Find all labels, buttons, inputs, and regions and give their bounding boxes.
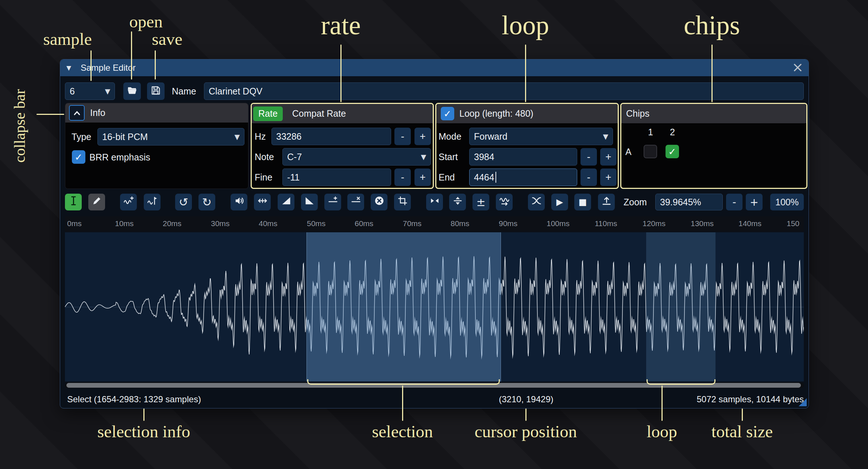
x-circle-icon xyxy=(374,195,385,209)
loop-start-label: Start xyxy=(439,148,458,166)
sample-name-input[interactable]: Clarinet DQV xyxy=(204,82,804,100)
loop-end-input[interactable]: 4464 xyxy=(469,168,577,186)
hz-decrement-button[interactable]: - xyxy=(394,128,411,145)
zoom-input[interactable]: 39.9645% xyxy=(655,194,723,210)
annotation-selection: selection xyxy=(372,422,433,441)
hz-increment-button[interactable]: + xyxy=(414,128,431,145)
annotation-total-size: total size xyxy=(711,422,773,441)
hz-input[interactable]: 33286 xyxy=(271,128,391,145)
annotation-open-line xyxy=(131,31,132,80)
waveform-display[interactable] xyxy=(65,232,804,381)
loop-region[interactable] xyxy=(646,232,715,381)
undo-button[interactable]: ↺ xyxy=(175,194,192,210)
upload-button[interactable] xyxy=(598,194,615,210)
crossing-curves-icon xyxy=(531,195,542,209)
info-panel-header[interactable]: Info xyxy=(65,103,248,123)
fade-in-button[interactable] xyxy=(278,194,294,210)
save-sample-button[interactable] xyxy=(147,82,165,100)
upload-icon xyxy=(601,195,612,209)
annotation-chips: chips xyxy=(684,10,740,41)
redo-button[interactable]: ↻ xyxy=(198,194,215,210)
fine-input[interactable]: -11 xyxy=(282,168,391,186)
title-bar[interactable]: ▼ Sample Editor × xyxy=(60,59,809,76)
normalize-button[interactable] xyxy=(254,194,271,210)
amplify-button[interactable] xyxy=(231,194,247,210)
annotation-collapse-bar-line xyxy=(36,114,64,115)
loop-start-input[interactable]: 3984 xyxy=(469,148,577,166)
ruler-tick: 10ms xyxy=(115,219,134,228)
annotation-loop-marker-line xyxy=(661,385,663,421)
filter-button[interactable] xyxy=(496,194,513,210)
loop-end-decrement-button[interactable]: - xyxy=(580,168,597,186)
fine-decrement-button[interactable]: - xyxy=(394,168,411,186)
invert-button[interactable] xyxy=(449,194,466,210)
annotation-sample: sample xyxy=(43,29,92,49)
ruler-tick: 120ms xyxy=(643,219,666,228)
chip-a1-checkbox[interactable] xyxy=(644,145,657,158)
loop-panel-header: ✓ Loop (length: 480) xyxy=(436,104,618,123)
line-cross-icon xyxy=(351,195,361,209)
zoom-label: Zoom xyxy=(624,193,647,211)
folder-open-icon xyxy=(127,85,138,97)
type-select[interactable]: 16-bit PCM ▼ xyxy=(97,128,244,146)
fade-out-button[interactable] xyxy=(301,194,318,210)
close-icon[interactable]: × xyxy=(792,59,803,75)
collapse-bar-button[interactable] xyxy=(69,105,85,121)
resize-button[interactable] xyxy=(120,194,137,210)
hz-value: 33286 xyxy=(276,131,302,142)
selection-info-text: Select (1654-2983: 1329 samples) xyxy=(67,394,201,405)
zoom-in-button[interactable]: + xyxy=(746,194,763,210)
fine-increment-button[interactable]: + xyxy=(414,168,431,186)
loop-start-increment-button[interactable]: + xyxy=(600,148,617,166)
draw-tool-button[interactable] xyxy=(88,194,105,210)
crossfade-button[interactable] xyxy=(528,194,545,210)
ruler-tick: 80ms xyxy=(451,219,469,228)
delete-button[interactable] xyxy=(371,194,387,210)
ruler-tick: 110ms xyxy=(595,219,617,228)
inward-triangles-icon xyxy=(429,195,440,209)
open-sample-button[interactable] xyxy=(123,82,141,100)
apply-silence-button[interactable] xyxy=(347,194,364,210)
trim-button[interactable] xyxy=(394,194,411,210)
hz-label: Hz xyxy=(255,128,266,145)
zoom-out-button[interactable]: - xyxy=(726,194,742,210)
annotation-cursor-position: cursor position xyxy=(475,422,577,441)
loop-start-decrement-button[interactable]: - xyxy=(580,148,597,166)
loop-start-value: 3984 xyxy=(474,152,494,162)
ruler-tick: 40ms xyxy=(259,219,277,228)
loop-end-increment-button[interactable]: + xyxy=(600,168,617,186)
resample-button[interactable] xyxy=(144,194,161,210)
rate-button[interactable]: Rate xyxy=(253,106,283,121)
ruler-tick: 150 xyxy=(787,219,799,228)
insert-silence-button[interactable] xyxy=(324,194,341,210)
zoom-reset-button[interactable]: 100% xyxy=(770,194,804,210)
chips-header-label: Chips xyxy=(626,108,649,119)
stop-preview-button[interactable]: ■ xyxy=(574,194,591,210)
chip-row-a-label: A xyxy=(625,143,632,160)
sample-select[interactable]: 6 ▼ xyxy=(65,82,115,100)
loop-enable-checkbox[interactable]: ✓ xyxy=(441,107,454,120)
floppy-disk-icon xyxy=(150,85,161,97)
time-ruler[interactable]: 0ms 10ms 20ms 30ms 40ms 50ms 60ms 70ms 8… xyxy=(65,216,804,232)
ruler-tick: 100ms xyxy=(547,219,570,228)
window-collapse-icon[interactable]: ▼ xyxy=(66,59,71,76)
ruler-tick: 130ms xyxy=(691,219,714,228)
annotation-selection-info: selection info xyxy=(97,422,190,441)
preview-button[interactable]: ▶ xyxy=(551,194,568,210)
ruler-tick: 70ms xyxy=(403,219,421,228)
sample-name-value: Clarinet DQV xyxy=(209,86,262,97)
chip-column-2: 2 xyxy=(670,127,675,137)
resize-grip[interactable] xyxy=(799,398,807,406)
annotation-collapse-bar: collapse bar xyxy=(11,67,28,163)
selection-region[interactable] xyxy=(306,232,501,381)
note-select[interactable]: C-7 ▼ xyxy=(282,148,431,166)
annotation-total-size-line xyxy=(742,408,743,421)
ruler-tick: 90ms xyxy=(499,219,517,228)
chip-a2-checkbox[interactable]: ✓ xyxy=(666,145,679,158)
loop-mode-select[interactable]: Forward ▼ xyxy=(469,128,613,145)
brr-emphasis-checkbox[interactable]: ✓ xyxy=(72,150,85,164)
sign-button[interactable]: ± xyxy=(472,194,489,210)
reverse-button[interactable] xyxy=(426,194,443,210)
select-tool-button[interactable] xyxy=(65,194,82,210)
annotation-rate-line xyxy=(340,44,342,102)
